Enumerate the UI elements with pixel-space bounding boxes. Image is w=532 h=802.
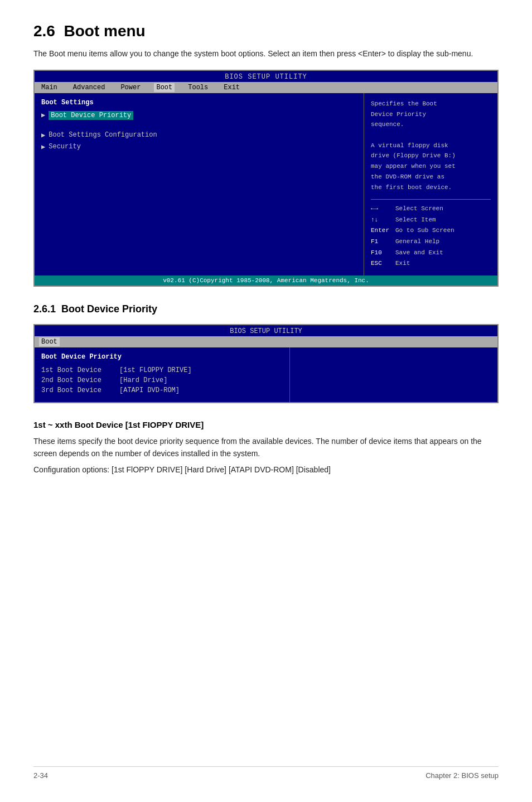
device-value-2nd: [Hard Drive] bbox=[119, 376, 167, 384]
bios-item-label-config: Boot Settings Configuration bbox=[49, 131, 157, 139]
menu-advanced: Advanced bbox=[71, 83, 108, 92]
device-label-3rd: 3rd Boot Device bbox=[41, 386, 108, 394]
bios-small-section-label: Boot Device Priority bbox=[41, 353, 283, 361]
bios-title-bar: BIOS SETUP UTILITY bbox=[35, 71, 497, 82]
arrow-icon: ▶ bbox=[41, 111, 45, 119]
body-text-1: These items specify the boot device prio… bbox=[33, 435, 499, 460]
key-f1: F1 bbox=[371, 237, 391, 247]
bios-right-panel: Specifies the Boot Device Priority seque… bbox=[364, 93, 497, 276]
arrow-icon-3: ▶ bbox=[41, 143, 45, 151]
sub-sub-title: 1st ~ xxth Boot Device [1st FIOPPY DRIVE… bbox=[33, 420, 499, 429]
help-label-item: Select Item bbox=[395, 215, 436, 225]
bios-device-row-2: 2nd Boot Device [Hard Drive] bbox=[41, 376, 283, 384]
help-f1: F1 General Help bbox=[371, 237, 491, 247]
device-label-1st: 1st Boot Device bbox=[41, 366, 108, 374]
bios-screenshot-main: BIOS SETUP UTILITY Main Advanced Power B… bbox=[33, 70, 499, 287]
bios-content: Boot Settings ▶ Boot Device Priority ▶ B… bbox=[35, 93, 497, 276]
bios-item-security: ▶ Security bbox=[41, 143, 357, 151]
help-label-enter: Go to Sub Screen bbox=[395, 226, 454, 236]
device-value-3rd: [ATAPI DVD-ROM] bbox=[119, 386, 180, 394]
bios-description: Specifies the Boot Device Priority seque… bbox=[371, 99, 491, 192]
arrow-icon-2: ▶ bbox=[41, 131, 45, 139]
body-text-2: Configuration options: [1st FlOPPY DRIVE… bbox=[33, 463, 499, 476]
bios-device-row-1: 1st Boot Device [1st FLOPPY DRIVE] bbox=[41, 366, 283, 374]
bios-small-menu-bar: Boot bbox=[35, 336, 497, 347]
menu-tools: Tools bbox=[186, 83, 210, 92]
subsection-title: 2.6.1 Boot Device Priority bbox=[33, 303, 499, 315]
menu-exit: Exit bbox=[221, 83, 242, 92]
bios-left-panel: Boot Settings ▶ Boot Device Priority ▶ B… bbox=[35, 93, 364, 276]
help-label-f10: Save and Exit bbox=[395, 248, 443, 258]
help-label-screen: Select Screen bbox=[395, 204, 443, 214]
bios-small-right-panel bbox=[289, 347, 498, 402]
help-esc: ESC Exit bbox=[371, 259, 491, 269]
page-footer: 2-34 Chapter 2: BIOS setup bbox=[33, 766, 499, 780]
key-updown: ↑↓ bbox=[371, 215, 391, 225]
footer-chapter: Chapter 2: BIOS setup bbox=[425, 771, 499, 780]
help-f10: F10 Save and Exit bbox=[371, 248, 491, 258]
menu-power: Power bbox=[118, 83, 143, 92]
device-label-2nd: 2nd Boot Device bbox=[41, 376, 108, 384]
bios-footer: v02.61 (C)Copyright 1985-2008, American … bbox=[35, 276, 497, 286]
key-esc: ESC bbox=[371, 259, 391, 269]
bios-small-title-bar: BIOS SETUP UTILITY bbox=[35, 325, 497, 336]
menu-boot: Boot bbox=[154, 83, 175, 92]
footer-page-number: 2-34 bbox=[33, 771, 48, 780]
help-label-f1: General Help bbox=[395, 237, 439, 247]
help-label-esc: Exit bbox=[395, 259, 410, 269]
key-f10: F10 bbox=[371, 248, 391, 258]
help-select-screen: ←→ Select Screen bbox=[371, 204, 491, 214]
bios-small-left-panel: Boot Device Priority 1st Boot Device [1s… bbox=[35, 347, 289, 402]
bios-item-label-security: Security bbox=[49, 143, 81, 151]
bios-small-content: Boot Device Priority 1st Boot Device [1s… bbox=[35, 347, 497, 402]
menu-main: Main bbox=[39, 83, 60, 92]
small-menu-boot: Boot bbox=[39, 337, 60, 346]
device-value-1st: [1st FLOPPY DRIVE] bbox=[119, 366, 192, 374]
bios-section-label: Boot Settings bbox=[41, 99, 357, 107]
bios-screenshot-small: BIOS SETUP UTILITY Boot Boot Device Prio… bbox=[33, 324, 499, 403]
section-intro: The Boot menu items allow you to change … bbox=[33, 48, 499, 60]
page-title: 2.6 Boot menu bbox=[33, 22, 499, 40]
key-enter: Enter bbox=[371, 226, 391, 236]
bios-item-label-boot-device: Boot Device Priority bbox=[49, 111, 133, 120]
key-arrows: ←→ bbox=[371, 204, 391, 214]
bios-menu-bar: Main Advanced Power Boot Tools Exit bbox=[35, 82, 497, 93]
bios-item-boot-settings-config: ▶ Boot Settings Configuration bbox=[41, 131, 357, 139]
bios-item-boot-device-priority: ▶ Boot Device Priority bbox=[41, 111, 357, 120]
bios-device-row-3: 3rd Boot Device [ATAPI DVD-ROM] bbox=[41, 386, 283, 394]
help-enter: Enter Go to Sub Screen bbox=[371, 226, 491, 236]
help-select-item: ↑↓ Select Item bbox=[371, 215, 491, 225]
